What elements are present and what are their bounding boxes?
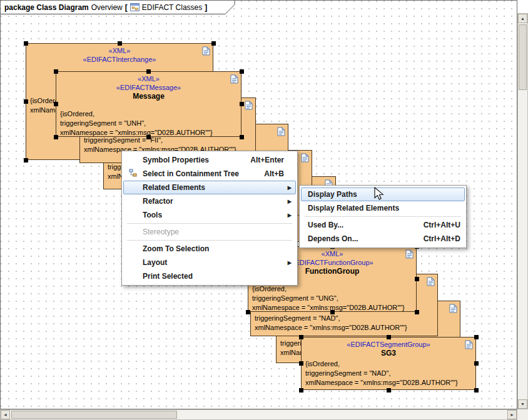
vertical-scroll-thumb[interactable] bbox=[519, 24, 527, 90]
menu-item-label: Display Paths bbox=[308, 190, 357, 199]
menu-item-layout[interactable]: Layout ▶ bbox=[123, 256, 296, 269]
menu-item-label: Tools bbox=[143, 211, 162, 219]
selection-handle[interactable] bbox=[474, 361, 479, 366]
submenu-arrow-icon: ▶ bbox=[284, 212, 292, 218]
menu-item-label: Stereotype bbox=[143, 228, 179, 236]
submenu-arrow-icon: ▶ bbox=[284, 199, 292, 204]
scroll-right-icon: ► bbox=[510, 412, 514, 417]
selection-handle[interactable] bbox=[299, 335, 303, 339]
menu-item-depends-on[interactable]: Depends On... Ctrl+Alt+D bbox=[301, 232, 465, 246]
menu-item-label: Used By... bbox=[308, 221, 343, 229]
document-icon bbox=[405, 249, 414, 259]
selection-handle[interactable] bbox=[240, 135, 244, 139]
selection-handle[interactable] bbox=[24, 99, 28, 104]
menu-item-tools[interactable]: Tools ▶ bbox=[123, 208, 296, 222]
scroll-down-button[interactable]: ▼ bbox=[518, 399, 527, 409]
selection-handle[interactable] bbox=[387, 335, 391, 339]
menu-item-label: Display Related Elements bbox=[308, 204, 399, 212]
menu-item-label: Select in Containment Tree bbox=[143, 169, 239, 178]
selection-handle[interactable] bbox=[24, 41, 28, 46]
menu-item-stereotype: Stereotype bbox=[123, 225, 296, 239]
menu-item-label: Zoom To Selection bbox=[143, 244, 209, 253]
selection-handle[interactable] bbox=[54, 69, 58, 74]
constraint-line: xmlNamespace = "xmlns:msg="D02B.AUTHOR""… bbox=[305, 378, 475, 388]
containment-tree-icon bbox=[129, 169, 138, 179]
diagram-kind-label: package Class Diagram bbox=[4, 3, 89, 12]
selection-handle[interactable] bbox=[474, 335, 479, 339]
scroll-left-button[interactable]: ◄ bbox=[1, 410, 10, 419]
menu-item-label: Print Selected bbox=[143, 272, 193, 281]
menu-item-label: Symbol Properties bbox=[143, 156, 209, 164]
menu-item-select-in-containment-tree[interactable]: Select in Containment Tree Alt+B bbox=[123, 167, 296, 181]
class-diagram-icon bbox=[130, 3, 140, 11]
menu-item-symbol-properties[interactable]: Symbol Properties Alt+Enter bbox=[123, 153, 296, 167]
diagram-name-label: Overview bbox=[91, 3, 123, 12]
menu-item-print-selected[interactable]: Print Selected bbox=[123, 269, 296, 283]
stereotype-label: «EDIFACTSegmentGroup» bbox=[302, 340, 475, 349]
scrollbar-corner bbox=[517, 409, 528, 420]
selection-handle[interactable] bbox=[415, 310, 419, 314]
menu-item-refactor[interactable]: Refactor ▶ bbox=[123, 194, 296, 208]
horizontal-scroll-thumb[interactable] bbox=[11, 411, 177, 419]
document-icon bbox=[449, 304, 457, 313]
document-icon bbox=[427, 277, 435, 286]
scroll-right-button[interactable]: ► bbox=[507, 410, 517, 419]
constraint-line: {isOrdered, bbox=[252, 284, 416, 294]
diagram-canvas[interactable]: «XML» «EDIFACTInterchange» {isOrdered, x… bbox=[0, 0, 517, 409]
menu-item-label: Depends On... bbox=[308, 234, 358, 243]
selection-handle[interactable] bbox=[211, 41, 216, 46]
related-elements-submenu: Display Paths Display Related Elements U… bbox=[299, 185, 467, 248]
class-name: Message bbox=[56, 92, 241, 101]
scroll-left-icon: ◄ bbox=[3, 412, 8, 417]
horizontal-scrollbar[interactable]: ◄ ► bbox=[0, 409, 517, 420]
document-icon bbox=[277, 127, 285, 136]
constraint-line: triggeringSegment = "UNH", bbox=[60, 119, 241, 128]
document-icon bbox=[202, 46, 210, 56]
class-box-sg3[interactable]: «EDIFACTSegmentGroup» SG3 {isOrdered, tr… bbox=[301, 337, 476, 390]
selection-handle[interactable] bbox=[299, 388, 303, 392]
selection-handle[interactable] bbox=[474, 388, 479, 392]
stereotype-label: «EDIFACTMessage» bbox=[56, 83, 241, 92]
selection-handle[interactable] bbox=[330, 310, 335, 314]
menu-item-used-by[interactable]: Used By... Ctrl+Alt+U bbox=[301, 218, 465, 232]
selection-handle[interactable] bbox=[246, 310, 250, 314]
constraint-line: triggeringSegment = "NAD", bbox=[255, 314, 437, 323]
context-menu: Symbol Properties Alt+Enter Select in Co… bbox=[121, 151, 298, 286]
selection-handle[interactable] bbox=[387, 388, 391, 392]
scroll-up-icon: ▲ bbox=[520, 16, 525, 21]
stereotype-label: «EDIFACTInterchange» bbox=[26, 55, 213, 64]
menu-shortcut: Ctrl+Alt+D bbox=[409, 234, 460, 243]
menu-item-zoom-to-selection[interactable]: Zoom To Selection bbox=[123, 242, 296, 256]
menu-item-label: Related Elements bbox=[143, 183, 205, 192]
vertical-scrollbar[interactable]: ▲ ▼ bbox=[517, 13, 528, 409]
selection-handle[interactable] bbox=[118, 41, 122, 46]
menu-shortcut: Ctrl+Alt+U bbox=[409, 221, 460, 229]
constraint-line: triggeringSegment = "FII", bbox=[84, 136, 255, 145]
selection-handle[interactable] bbox=[240, 69, 244, 74]
menu-separator bbox=[305, 216, 461, 217]
selection-handle[interactable] bbox=[240, 102, 244, 106]
constraint-line: triggeringSegment = "UNG", bbox=[252, 294, 416, 303]
selection-handle[interactable] bbox=[54, 102, 58, 106]
document-icon bbox=[465, 340, 473, 349]
menu-item-related-elements[interactable]: Related Elements ▶ bbox=[123, 181, 296, 194]
selection-handle[interactable] bbox=[146, 135, 151, 139]
document-icon bbox=[230, 74, 238, 84]
class-box-message[interactable]: «XML» «EDIFACTMessage» Message {isOrdere… bbox=[56, 71, 241, 137]
menu-separator bbox=[127, 223, 292, 224]
selection-handle[interactable] bbox=[299, 361, 303, 366]
menu-item-display-paths[interactable]: Display Paths bbox=[301, 188, 465, 201]
selection-handle[interactable] bbox=[146, 69, 151, 74]
scroll-up-button[interactable]: ▲ bbox=[518, 14, 527, 23]
selection-handle[interactable] bbox=[24, 158, 28, 162]
selection-handle[interactable] bbox=[415, 277, 419, 281]
menu-shortcut: Alt+B bbox=[249, 169, 284, 178]
document-icon bbox=[245, 101, 253, 110]
submenu-arrow-icon: ▶ bbox=[284, 185, 292, 191]
submenu-arrow-icon: ▶ bbox=[284, 260, 292, 266]
menu-item-label: Refactor bbox=[143, 197, 173, 206]
menu-item-display-related-elements[interactable]: Display Related Elements bbox=[301, 201, 465, 215]
selection-handle[interactable] bbox=[54, 135, 58, 139]
bracket-open: [ bbox=[125, 3, 128, 12]
bracket-close: ] bbox=[205, 3, 207, 12]
